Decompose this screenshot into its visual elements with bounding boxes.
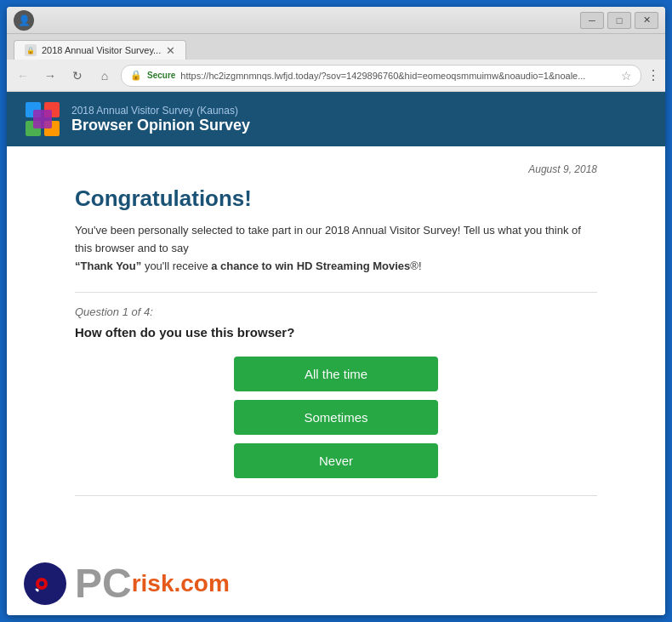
question-text: How often do you use this browser? [75, 325, 597, 340]
tab-bar: 🔒 2018 Annual Visitor Survey... ✕ [7, 34, 665, 60]
prize-suffix: ®! [410, 260, 421, 272]
bookmark-icon[interactable]: ☆ [621, 69, 632, 83]
site-header-title: Browser Opinion Survey [71, 117, 250, 134]
profile-icon: 👤 [14, 10, 34, 31]
congrats-heading: Congratulations! [75, 185, 597, 212]
pcrisk-circle-icon [24, 562, 66, 605]
svg-rect-4 [33, 110, 52, 128]
top-divider [75, 292, 597, 293]
browser-window: 👤 ─ □ ✕ 🔒 2018 Annual Visitor Survey... … [7, 7, 665, 615]
risk-com-text: risk.com [132, 570, 230, 597]
maximize-button[interactable]: □ [607, 12, 631, 29]
menu-icon[interactable]: ⋮ [646, 67, 660, 83]
minimize-button[interactable]: ─ [580, 12, 604, 29]
bottom-divider [75, 495, 597, 496]
window-controls: ─ □ ✕ [580, 12, 658, 29]
forward-button[interactable]: → [39, 65, 61, 87]
tab-label: 2018 Annual Visitor Survey... [42, 45, 161, 55]
pc-letters: PC [75, 563, 132, 604]
page-content: August 9, 2018 Congratulations! You've b… [7, 146, 665, 556]
thank-you-text: “Thank You” [75, 260, 141, 272]
svg-point-7 [39, 581, 44, 586]
question-label: Question 1 of 4: [75, 305, 597, 318]
prize-intro: you'll receive [145, 260, 208, 272]
tab-close-icon[interactable]: ✕ [166, 45, 175, 56]
refresh-button[interactable]: ↻ [66, 65, 88, 87]
answer-buttons-container: All the time Sometimes Never [75, 357, 597, 478]
answer-never-button[interactable]: Never [234, 443, 438, 478]
url-text: https://hc2izgmnmnqs.lwfjd.today/?sov=14… [180, 71, 585, 81]
address-bar: ← → ↻ ⌂ 🔒 Secure https://hc2izgmnmnqs.lw… [7, 60, 665, 92]
home-button[interactable]: ⌂ [94, 65, 116, 87]
tab-favicon: 🔒 [25, 44, 37, 56]
secure-badge: Secure [147, 71, 175, 80]
pcrisk-logo: PC risk.com [24, 562, 230, 605]
page-date: August 9, 2018 [75, 163, 597, 175]
active-tab[interactable]: 🔒 2018 Annual Visitor Survey... ✕ [14, 40, 186, 60]
site-header-text: 2018 Annual Visitor Survey (Kaunas) Brow… [71, 105, 250, 134]
title-bar: 👤 ─ □ ✕ [7, 7, 665, 34]
intro-text: You've been personally selected to take … [75, 222, 597, 275]
page-footer: PC risk.com [7, 556, 665, 615]
back-button[interactable]: ← [12, 65, 34, 87]
site-header: 2018 Annual Visitor Survey (Kaunas) Brow… [7, 92, 665, 146]
close-button[interactable]: ✕ [635, 12, 658, 29]
lock-icon: 🔒 [130, 70, 142, 81]
prize-text-bold: a chance to win HD Streaming Movies [211, 260, 410, 272]
answer-all-the-time-button[interactable]: All the time [234, 357, 438, 391]
intro-paragraph: You've been personally selected to take … [75, 224, 581, 254]
site-header-subtitle: 2018 Annual Visitor Survey (Kaunas) [71, 105, 250, 117]
survey-logo-icon [24, 100, 61, 138]
answer-sometimes-button[interactable]: Sometimes [234, 400, 438, 435]
url-field[interactable]: 🔒 Secure https://hc2izgmnmnqs.lwfjd.toda… [121, 65, 641, 87]
svg-point-9 [37, 589, 39, 591]
